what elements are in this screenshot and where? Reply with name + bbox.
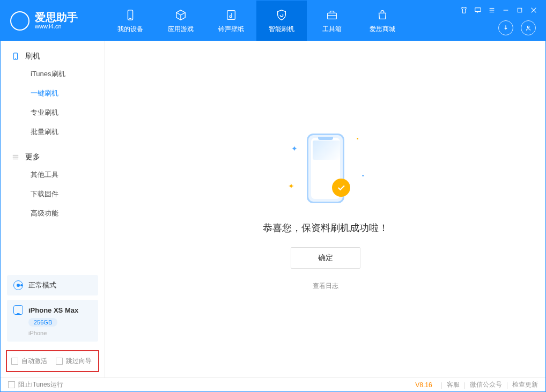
shirt-icon[interactable] xyxy=(460,6,468,14)
footer-link-update[interactable]: 检查更新 xyxy=(512,380,538,389)
device-phone-icon xyxy=(13,305,23,315)
main-tabs: 我的设备 应用游戏 铃声壁纸 智能刷机 工具箱 爱思商城 xyxy=(105,1,408,41)
footer: 阻止iTunes运行 V8.16 | 客服 | 微信公众号 | 检查更新 xyxy=(1,378,545,391)
checkbox-label: 自动激活 xyxy=(21,357,47,366)
checkbox-label: 跳过向导 xyxy=(66,357,92,366)
footer-link-support[interactable]: 客服 xyxy=(447,380,460,389)
checkbox-icon xyxy=(11,358,18,365)
device-storage-pill: 256GB xyxy=(28,318,57,327)
user-button[interactable] xyxy=(521,20,536,35)
ok-button[interactable]: 确定 xyxy=(291,247,360,269)
sidebar-item-advanced[interactable]: 高级功能 xyxy=(1,204,105,223)
stop-itunes-checkbox[interactable]: 阻止iTunes运行 xyxy=(8,380,63,389)
tab-toolbox[interactable]: 工具箱 xyxy=(307,1,357,41)
tab-smart-flash[interactable]: 智能刷机 xyxy=(256,1,307,41)
cube-icon xyxy=(174,8,188,22)
bag-icon xyxy=(375,8,389,22)
sidebar-item-download-firmware[interactable]: 下载固件 xyxy=(1,184,105,204)
tab-store[interactable]: 爱思商城 xyxy=(357,1,408,41)
auto-activate-checkbox[interactable]: 自动激活 xyxy=(11,357,47,366)
menu-lines-icon xyxy=(11,153,20,161)
checkbox-icon xyxy=(56,358,63,365)
music-icon xyxy=(224,8,238,22)
feedback-icon[interactable] xyxy=(474,6,482,14)
header: 爱思助手 www.i4.cn 我的设备 应用游戏 铃声壁纸 智能刷机 工具箱 爱… xyxy=(1,1,545,41)
sparkle-icon: ✦ xyxy=(288,182,294,190)
app-title: 爱思助手 xyxy=(35,11,78,23)
sidebar-item-pro-flash[interactable]: 专业刷机 xyxy=(1,103,105,122)
device-info-box[interactable]: iPhone XS Max 256GB iPhone xyxy=(7,300,98,342)
header-actions xyxy=(498,20,536,35)
svg-rect-3 xyxy=(328,13,337,19)
svg-rect-9 xyxy=(518,8,522,12)
svg-rect-2 xyxy=(227,10,235,19)
mode-indicator-icon xyxy=(13,280,23,290)
sidebar-item-oneclick-flash[interactable]: 一键刷机 xyxy=(1,84,105,103)
checkbox-icon xyxy=(8,381,15,388)
maximize-button[interactable] xyxy=(515,6,524,14)
window-controls xyxy=(460,6,538,14)
download-button[interactable] xyxy=(498,20,513,35)
skip-guide-checkbox[interactable]: 跳过向导 xyxy=(56,357,92,366)
sidebar-group-label: 刷机 xyxy=(25,51,40,61)
view-log-link[interactable]: 查看日志 xyxy=(313,282,338,291)
footer-link-wechat[interactable]: 微信公众号 xyxy=(470,380,502,389)
success-message: 恭喜您，保资料刷机成功啦！ xyxy=(263,221,388,234)
minimize-button[interactable] xyxy=(501,6,510,14)
device-icon xyxy=(123,8,137,22)
toolbox-icon xyxy=(325,8,339,22)
sidebar-group-label: 更多 xyxy=(25,152,40,162)
tab-ringtones-wallpapers[interactable]: 铃声壁纸 xyxy=(206,1,256,41)
sparkle-icon: • xyxy=(357,136,359,142)
sidebar-item-batch-flash[interactable]: 批量刷机 xyxy=(1,122,105,142)
sidebar-item-itunes-flash[interactable]: iTunes刷机 xyxy=(1,64,105,84)
svg-rect-4 xyxy=(475,8,481,12)
shield-refresh-icon xyxy=(275,8,289,22)
sidebar-item-other-tools[interactable]: 其他工具 xyxy=(1,165,105,184)
checkbox-label: 阻止iTunes运行 xyxy=(18,380,63,389)
sparkle-icon: ✦ xyxy=(291,144,298,153)
mode-label: 正常模式 xyxy=(28,280,56,290)
sidebar-group-more: 更多 xyxy=(1,149,105,165)
success-illustration: ✦ ✦ • • xyxy=(272,128,379,209)
version-label: V8.16 xyxy=(415,381,432,389)
logo-area: 爱思助手 www.i4.cn xyxy=(1,11,105,31)
sidebar: 刷机 iTunes刷机 一键刷机 专业刷机 批量刷机 更多 其他工具 下载固件 … xyxy=(1,41,105,378)
device-mode-box[interactable]: 正常模式 xyxy=(7,275,98,295)
close-button[interactable] xyxy=(529,6,538,14)
device-name: iPhone XS Max xyxy=(28,306,78,314)
phone-outline-icon xyxy=(11,52,20,61)
sparkle-icon: • xyxy=(362,173,364,179)
device-type: iPhone xyxy=(28,330,92,336)
success-check-icon xyxy=(332,179,350,197)
menu-icon[interactable] xyxy=(488,6,496,14)
tab-my-device[interactable]: 我的设备 xyxy=(105,1,156,41)
flash-options-row: 自动激活 跳过向导 xyxy=(6,350,99,372)
app-subtitle: www.i4.cn xyxy=(35,23,78,29)
app-logo-icon xyxy=(10,11,29,31)
tab-apps-games[interactable]: 应用游戏 xyxy=(156,1,206,41)
sidebar-group-flash: 刷机 xyxy=(1,48,105,64)
logo-text: 爱思助手 www.i4.cn xyxy=(35,11,78,29)
main-content: ✦ ✦ • • 恭喜您，保资料刷机成功啦！ 确定 查看日志 xyxy=(105,41,545,378)
svg-point-12 xyxy=(527,26,529,28)
